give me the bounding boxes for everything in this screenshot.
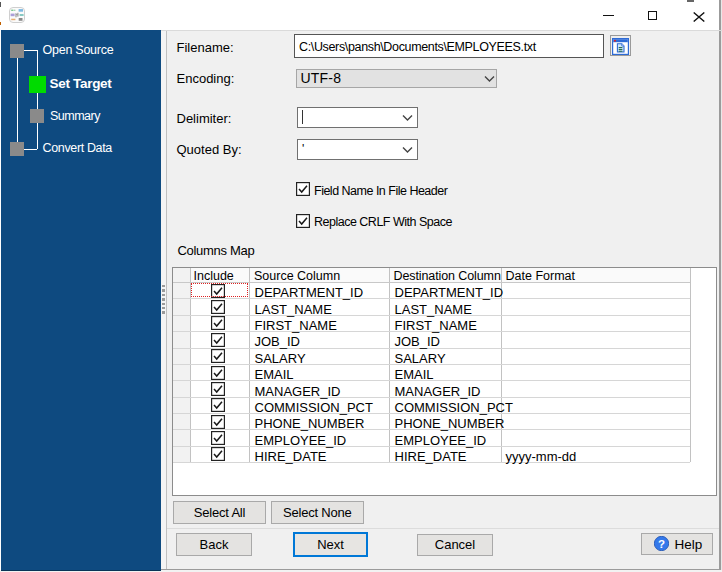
svg-text:?: ? [658, 538, 665, 550]
